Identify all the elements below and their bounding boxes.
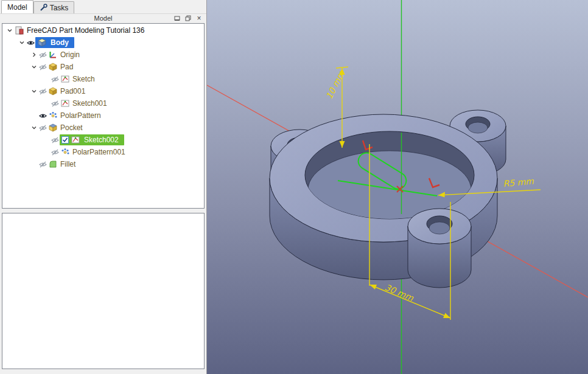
visibility-off-icon[interactable] [38, 50, 47, 60]
visibility-on-icon[interactable] [38, 111, 47, 120]
tree-item-label: FreeCAD Part Modeling Tutorial 136 [24, 26, 147, 35]
tree-row-fillet[interactable]: Fillet [2, 158, 204, 170]
tree-row-sketch002[interactable]: Sketch002 [2, 134, 204, 146]
visibility-on-icon[interactable] [26, 38, 35, 47]
visibility-off-icon[interactable] [38, 86, 47, 96]
visibility-off-icon[interactable] [51, 99, 60, 108]
pad-icon [47, 86, 58, 96]
fillet-icon [47, 159, 58, 169]
tree-item-label: Sketch [70, 74, 97, 84]
selection-highlight: Body [35, 37, 74, 48]
edit-highlight: Sketch002 [60, 134, 124, 145]
tree-row-body[interactable]: Body [2, 36, 204, 49]
tab-tasks-label: Tasks [50, 4, 69, 12]
tree-item-label: PolarPattern001 [70, 147, 128, 157]
polarpattern-icon [60, 147, 70, 157]
dock-header: Model × [0, 13, 206, 23]
visibility-off-icon[interactable] [51, 74, 60, 84]
dock-float-icon[interactable] [184, 15, 192, 22]
tree-item-label: Pad [58, 62, 75, 72]
tree-row-polarpattern[interactable]: PolarPattern [2, 109, 204, 122]
tree-item-label: Origin [58, 50, 82, 60]
property-panel-empty [2, 213, 205, 369]
expander-spacer [29, 159, 38, 169]
tree-item-label: PolarPattern [58, 111, 103, 120]
sketch-icon [70, 135, 80, 145]
visibility-off-icon[interactable] [38, 62, 47, 72]
expander-spacer [29, 111, 38, 120]
expander-down-icon[interactable] [5, 26, 14, 35]
tree-row-pocket[interactable]: Pocket [2, 122, 204, 134]
expander-spacer [41, 99, 51, 108]
expander-down-icon[interactable] [29, 86, 38, 96]
checkbox-checked-icon[interactable] [61, 135, 69, 145]
document-icon [14, 26, 24, 35]
tree-row-sketch001[interactable]: Sketch001 [2, 97, 204, 109]
tree-row-sketch[interactable]: Sketch [2, 73, 204, 85]
tree-row-pad001[interactable]: Pad001 [2, 85, 204, 97]
dock-close-icon[interactable]: × [195, 15, 203, 22]
tree-item-label: Body [48, 38, 71, 47]
tree-row-document[interactable]: FreeCAD Part Modeling Tutorial 136 [2, 24, 204, 36]
dock-minimize-icon[interactable] [173, 15, 181, 22]
tab-model[interactable]: Model [1, 0, 33, 13]
sketch-icon [60, 74, 70, 84]
pad-icon [47, 62, 58, 72]
expander-down-icon[interactable] [17, 38, 26, 47]
expander-spacer [41, 74, 51, 84]
tab-tasks[interactable]: Tasks [33, 1, 75, 13]
expander-down-icon[interactable] [29, 62, 38, 72]
tree-row-polarpattern001[interactable]: PolarPattern001 [2, 146, 204, 158]
viewport-3d[interactable]: 10 mm R5 mm 30 mm [207, 0, 588, 374]
sketch-icon [60, 99, 70, 108]
tree-item-label: Sketch002 [82, 135, 121, 145]
tree-row-origin[interactable]: Origin [2, 49, 204, 61]
model-tree: FreeCAD Part Modeling Tutorial 136 Body [2, 23, 205, 209]
expander-down-icon[interactable] [29, 123, 38, 133]
expander-spacer [41, 135, 51, 145]
panel-tabbar: Model Tasks [0, 0, 206, 13]
visibility-off-icon[interactable] [38, 123, 47, 133]
origin-icon [47, 50, 58, 60]
part-solid[interactable] [270, 110, 506, 288]
expander-right-icon[interactable] [29, 50, 38, 60]
tree-item-label: Fillet [58, 159, 78, 169]
tab-model-label: Model [7, 3, 27, 12]
left-dock-panel: Model Tasks Model × [0, 0, 207, 374]
pocket-icon [47, 123, 58, 133]
part-tab-bottom [408, 209, 471, 288]
visibility-off-icon[interactable] [38, 159, 47, 169]
tree-row-pad[interactable]: Pad [2, 61, 204, 73]
tree-item-label: Sketch001 [70, 99, 110, 108]
tree-item-label: Pocket [58, 123, 85, 133]
visibility-off-icon[interactable] [51, 135, 60, 145]
tasks-icon [40, 3, 47, 13]
body-icon [37, 38, 47, 47]
visibility-off-icon[interactable] [51, 147, 60, 157]
polarpattern-icon [47, 111, 58, 120]
expander-spacer [41, 147, 51, 157]
tree-item-label: Pad001 [58, 86, 88, 96]
